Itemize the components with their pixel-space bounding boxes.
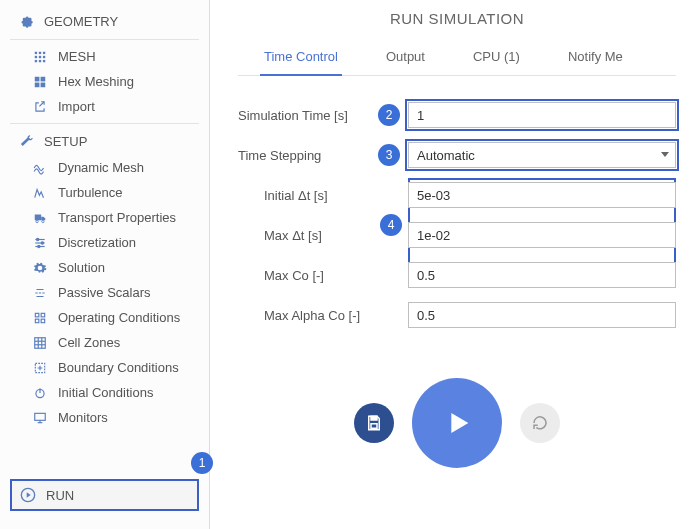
truck-icon <box>32 211 48 225</box>
svg-rect-8 <box>43 59 45 61</box>
tab-time-control[interactable]: Time Control <box>260 49 342 76</box>
max-co-input[interactable] <box>408 262 676 288</box>
play-circle-icon <box>20 487 36 503</box>
svg-rect-3 <box>35 55 37 57</box>
refresh-button[interactable] <box>520 403 560 443</box>
boundary-icon <box>32 361 48 375</box>
svg-rect-1 <box>39 51 41 53</box>
scalars-icon <box>32 286 48 300</box>
geometry-label: GEOMETRY <box>44 14 118 29</box>
svg-point-13 <box>36 220 38 222</box>
svg-point-14 <box>42 220 44 222</box>
svg-rect-38 <box>371 424 377 429</box>
sidebar-item-transport[interactable]: Transport Properties <box>0 205 209 230</box>
hex-icon <box>32 75 48 89</box>
svg-rect-23 <box>35 319 39 323</box>
sidebar-item-mesh[interactable]: MESH <box>0 44 209 69</box>
svg-rect-5 <box>43 55 45 57</box>
svg-rect-9 <box>35 76 40 81</box>
import-icon <box>32 100 48 114</box>
sidebar-item-discretization[interactable]: Discretization <box>0 230 209 255</box>
initial-label: Initial Conditions <box>58 385 153 400</box>
cell-zones-label: Cell Zones <box>58 335 120 350</box>
sidebar-item-initial[interactable]: Initial Conditions <box>0 380 209 405</box>
svg-rect-11 <box>35 82 40 87</box>
page-title: RUN SIMULATION <box>238 10 676 27</box>
callout-badge-4: 4 <box>380 214 402 236</box>
boundary-label: Boundary Conditions <box>58 360 179 375</box>
discretization-label: Discretization <box>58 235 136 250</box>
monitor-icon <box>32 411 48 425</box>
svg-point-19 <box>41 241 43 243</box>
solution-label: Solution <box>58 260 105 275</box>
sidebar-item-hex-meshing[interactable]: Hex Meshing <box>0 69 209 94</box>
power-icon <box>32 386 48 400</box>
sidebar-item-cell-zones[interactable]: Cell Zones <box>0 330 209 355</box>
svg-rect-7 <box>39 59 41 61</box>
save-icon <box>365 414 383 432</box>
max-alpha-co-label: Max Alpha Co [-] <box>238 308 408 323</box>
max-co-label: Max Co [-] <box>238 268 408 283</box>
sim-time-label: Simulation Time [s] <box>238 108 378 123</box>
sidebar-item-solution[interactable]: Solution <box>0 255 209 280</box>
operating-label: Operating Conditions <box>58 310 180 325</box>
hex-label: Hex Meshing <box>58 74 134 89</box>
import-label: Import <box>58 99 95 114</box>
wave-icon <box>32 161 48 175</box>
sliders-icon <box>32 236 48 250</box>
svg-point-20 <box>38 245 40 247</box>
sidebar-item-turbulence[interactable]: Turbulence <box>0 180 209 205</box>
svg-rect-22 <box>41 313 45 317</box>
run-label: RUN <box>46 488 74 503</box>
sidebar-item-boundary[interactable]: Boundary Conditions <box>0 355 209 380</box>
transport-label: Transport Properties <box>58 210 176 225</box>
controls-icon <box>32 311 48 325</box>
callout-badge-2: 2 <box>378 104 400 126</box>
run-button[interactable] <box>412 378 502 468</box>
sidebar-item-run[interactable]: RUN <box>10 479 199 511</box>
svg-rect-2 <box>43 51 45 53</box>
svg-rect-37 <box>371 416 377 420</box>
time-stepping-label: Time Stepping <box>238 148 378 163</box>
callout-badge-1: 1 <box>191 452 213 474</box>
time-stepping-select[interactable]: Automatic <box>408 142 676 168</box>
setup-label: SETUP <box>44 134 87 149</box>
tab-notify[interactable]: Notify Me <box>564 49 627 75</box>
sim-time-input[interactable] <box>408 102 676 128</box>
sidebar: GEOMETRY MESH Hex Meshing Import SETUP D… <box>0 0 210 529</box>
svg-rect-6 <box>35 59 37 61</box>
setup-header: SETUP <box>0 128 209 155</box>
main-panel: RUN SIMULATION Time Control Output CPU (… <box>210 0 694 529</box>
divider <box>10 123 199 124</box>
wrench-icon <box>18 134 34 149</box>
tab-output[interactable]: Output <box>382 49 429 75</box>
tab-cpu[interactable]: CPU (1) <box>469 49 524 75</box>
max-alpha-co-input[interactable] <box>408 302 676 328</box>
divider <box>10 39 199 40</box>
svg-rect-33 <box>35 413 46 420</box>
monitors-label: Monitors <box>58 410 108 425</box>
turbulence-icon <box>32 186 48 200</box>
grid-icon <box>32 50 48 64</box>
dynamic-mesh-label: Dynamic Mesh <box>58 160 144 175</box>
sidebar-item-monitors[interactable]: Monitors <box>0 405 209 430</box>
svg-rect-10 <box>41 76 46 81</box>
sidebar-item-operating[interactable]: Operating Conditions <box>0 305 209 330</box>
sidebar-item-import[interactable]: Import <box>0 94 209 119</box>
max-dt-input[interactable] <box>408 222 676 248</box>
sidebar-item-passive-scalars[interactable]: Passive Scalars <box>0 280 209 305</box>
mesh-label: MESH <box>58 49 96 64</box>
svg-rect-12 <box>41 82 46 87</box>
svg-rect-4 <box>39 55 41 57</box>
initial-dt-label: Initial Δt [s] <box>238 188 408 203</box>
time-stepping-value: Automatic <box>417 148 475 163</box>
play-icon <box>440 406 474 440</box>
save-button[interactable] <box>354 403 394 443</box>
sidebar-item-dynamic-mesh[interactable]: Dynamic Mesh <box>0 155 209 180</box>
action-buttons <box>238 378 676 468</box>
passive-scalars-label: Passive Scalars <box>58 285 150 300</box>
svg-rect-25 <box>35 337 46 348</box>
initial-dt-input[interactable] <box>408 182 676 208</box>
tabs: Time Control Output CPU (1) Notify Me <box>238 49 676 76</box>
gear-icon <box>32 261 48 275</box>
